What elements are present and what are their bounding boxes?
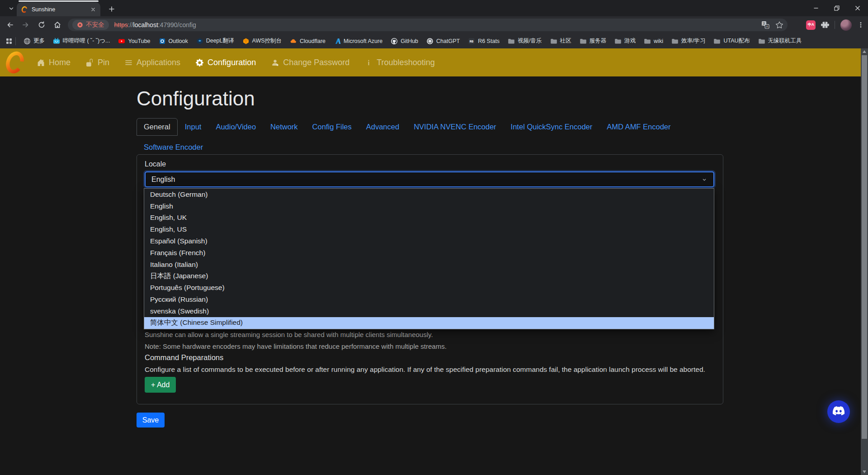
svg-text:A: A — [766, 25, 768, 28]
locale-option[interactable]: Português (Portuguese) — [144, 282, 714, 294]
tab-intel-quicksync-encoder[interactable]: Intel QuickSync Encoder — [504, 118, 600, 136]
locale-option[interactable]: Français (French) — [144, 247, 714, 259]
bookmark-star-icon[interactable] — [776, 21, 783, 28]
bookmark-label: Cloudflare — [300, 38, 326, 44]
locale-option[interactable]: Русский (Russian) — [144, 294, 714, 305]
tab-general[interactable]: General — [137, 118, 178, 136]
scrollbar-up-icon[interactable] — [861, 48, 868, 55]
browser-tab-sunshine[interactable]: Sunshine — [17, 2, 100, 16]
bookmark-item[interactable]: 服务器 — [580, 37, 607, 45]
add-command-button[interactable]: + Add — [145, 377, 176, 393]
locale-option[interactable]: Italiano (Italian) — [144, 259, 714, 271]
tab-software-encoder[interactable]: Software Encoder — [137, 138, 210, 156]
session-note-2: Note: Some hardware encoders may have li… — [145, 342, 447, 350]
tab-network[interactable]: Network — [263, 118, 305, 136]
bookmark-label: 视频/音乐 — [518, 37, 542, 45]
bookmark-item[interactable]: YouTube — [118, 38, 150, 45]
save-button[interactable]: Save — [137, 413, 165, 428]
nav-item-configuration[interactable]: Configuration — [196, 58, 256, 67]
tab-input[interactable]: Input — [178, 118, 209, 136]
url-path: :47990/config — [158, 21, 196, 28]
tab-search-button[interactable] — [5, 4, 17, 13]
profile-avatar[interactable] — [840, 19, 852, 31]
address-bar[interactable]: 不安全 https://localhost:47990/config 文A — [68, 19, 788, 31]
active-tab-highlight — [19, 0, 99, 2]
nav-item-home[interactable]: Home — [37, 58, 71, 67]
bookmark-item[interactable]: 更多 — [24, 37, 45, 45]
apps-grid-icon[interactable] — [5, 38, 13, 45]
bookmark-item[interactable]: wiki — [644, 38, 663, 45]
nav-item-label: Configuration — [208, 58, 256, 67]
command-preparations-title: Command Preparations — [145, 353, 223, 362]
folder-icon — [580, 38, 587, 45]
discord-button[interactable] — [827, 400, 850, 423]
bookmark-item[interactable]: Microsoft Azure — [334, 38, 382, 45]
browser-tabstrip: Sunshine — [0, 0, 868, 16]
bookmark-item[interactable]: Cloudflare — [290, 38, 326, 45]
tab-config-files[interactable]: Config Files — [305, 118, 359, 136]
tab-advanced[interactable]: Advanced — [359, 118, 406, 136]
bookmark-item[interactable]: R6R6 Stats — [468, 38, 500, 45]
nav-item-troubleshooting[interactable]: Troubleshooting — [365, 58, 434, 67]
github-icon — [391, 38, 398, 45]
bookmark-item[interactable]: 游戏 — [614, 37, 636, 45]
nav-item-applications[interactable]: Applications — [125, 58, 180, 67]
translate-icon[interactable]: 文A — [761, 21, 769, 29]
folder-icon — [758, 38, 765, 45]
extensions-puzzle-icon[interactable] — [821, 21, 829, 29]
window-restore-button[interactable] — [826, 0, 847, 16]
window-close-button[interactable] — [847, 0, 868, 16]
bookmark-item[interactable]: DeepL翻译 — [196, 37, 234, 45]
sunshine-logo-icon[interactable] — [5, 49, 25, 76]
locale-option[interactable]: English, UK — [144, 212, 714, 224]
gear-icon — [196, 59, 203, 66]
page-scrollbar[interactable] — [861, 48, 868, 475]
back-button[interactable] — [4, 19, 16, 31]
locale-option[interactable]: 简体中文 (Chinese Simplified) — [144, 317, 714, 329]
nav-item-change-password[interactable]: Change Password — [271, 58, 349, 67]
translate-extension-icon[interactable]: 中A — [806, 20, 816, 30]
forward-button[interactable] — [19, 19, 32, 31]
locale-selected-value: English — [151, 176, 175, 184]
menu-kebab-icon[interactable] — [857, 21, 864, 28]
locale-select[interactable]: English — [145, 171, 714, 187]
security-chip[interactable]: 不安全 — [72, 20, 109, 30]
plus-icon — [108, 5, 115, 13]
nav-item-label: Troubleshooting — [377, 58, 434, 67]
locale-option[interactable]: Español (Spanish) — [144, 235, 714, 247]
bookmark-item[interactable]: GitHub — [391, 38, 418, 45]
reload-button[interactable] — [35, 19, 48, 31]
bookmark-item[interactable]: AWS控制台 — [242, 37, 282, 45]
nav-item-pin[interactable]: Pin — [86, 58, 109, 67]
locale-option[interactable]: English — [144, 200, 714, 212]
tab-audio-video[interactable]: Audio/Video — [208, 118, 263, 136]
nav-item-label: Change Password — [283, 58, 349, 67]
bookmark-item[interactable]: 哔哩哔哩 ( ˘- ˘)つ... — [53, 37, 110, 45]
bookmark-label: 更多 — [33, 37, 45, 45]
locale-dropdown: Deutsch (German)EnglishEnglish, UKEnglis… — [144, 188, 714, 329]
page-title: Configuration — [137, 87, 255, 110]
bookmark-item[interactable]: UTAU配布 — [713, 37, 750, 45]
scrollbar-down-icon[interactable] — [861, 469, 868, 475]
home-button[interactable] — [51, 19, 64, 31]
tab-amd-amf-encoder[interactable]: AMD AMF Encoder — [599, 118, 678, 136]
svg-text:R6: R6 — [470, 39, 474, 43]
window-minimize-button[interactable] — [806, 0, 826, 16]
bookmark-item[interactable]: Outlook — [159, 38, 188, 45]
tab-close-icon[interactable] — [90, 6, 96, 13]
url-separator: :// — [128, 21, 133, 28]
bookmark-item[interactable]: 社区 — [550, 37, 571, 45]
locale-option[interactable]: svenska (Swedish) — [144, 305, 714, 317]
bookmark-label: AWS控制台 — [252, 37, 282, 45]
locale-option[interactable]: English, US — [144, 223, 714, 235]
select-chevron-icon — [701, 176, 708, 183]
locale-option[interactable]: Deutsch (German) — [144, 189, 714, 200]
locale-option[interactable]: 日本語 (Japanese) — [144, 271, 714, 282]
tab-nvidia-nvenc-encoder[interactable]: NVIDIA NVENC Encoder — [406, 118, 503, 136]
scrollbar-thumb[interactable] — [862, 55, 867, 439]
bookmark-item[interactable]: 视频/音乐 — [508, 37, 542, 45]
bookmark-item[interactable]: 效率/学习 — [671, 37, 705, 45]
bookmark-item[interactable]: 无缘联机工具 — [758, 37, 802, 45]
bookmark-item[interactable]: ChatGPT — [426, 38, 460, 45]
new-tab-button[interactable] — [106, 3, 118, 15]
